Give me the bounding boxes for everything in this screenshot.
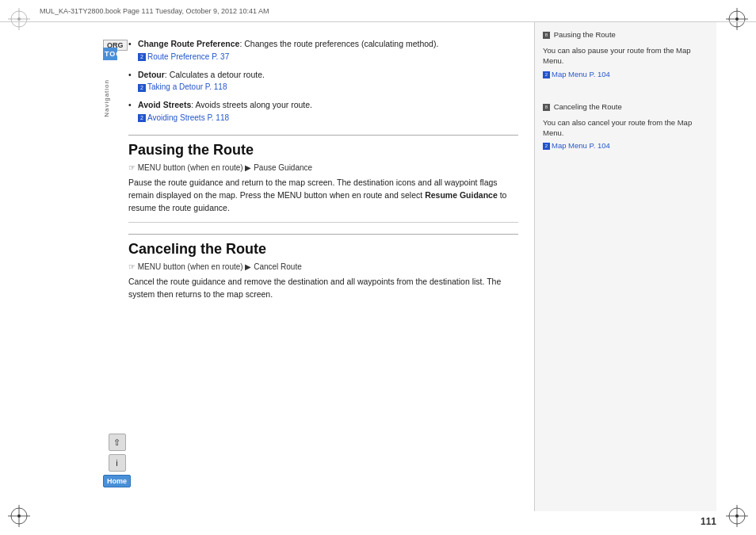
canceling-instruction-text: MENU button (when en route) ▶ Cancel Rou… [138,262,302,271]
info-icon: i [116,458,117,468]
link-route-pref[interactable]: 2Route Preference P. 37 [138,52,518,63]
term-detour: Detour [138,70,165,79]
page-number: 111 [701,516,716,527]
info-icon-btn[interactable]: i [109,454,126,472]
bullet-section: Change Route Preference: Changes the rou… [128,38,518,124]
right-panel: 8 Pausing the Route You can also pause y… [534,22,716,511]
reg-mark-br [724,503,750,529]
link-detour[interactable]: 2Taking a Detour P. 118 [138,82,518,93]
up-icon: ⇧ [113,438,120,448]
pausing-instruction-text: MENU button (when en route) ▶ Pause Guid… [138,163,312,172]
file-info: MUL_KA-31TY2800.book Page 111 Tuesday, O… [40,7,269,15]
main-content: Change Route Preference: Changes the rou… [120,22,526,511]
right-pausing-title: 8 Pausing the Route [543,30,708,41]
right-canceling-icon: 8 [543,104,550,111]
menu-icon-pausing: ☞ [128,163,136,172]
bullet-term-2: Detour: Calculates a detour route. [138,70,265,79]
bullet-desc-2: : Calculates a detour route. [165,70,265,79]
toc-label[interactable]: TOC [103,48,117,60]
bullet-desc-3: : Avoids streets along your route. [191,100,312,109]
pausing-title: Pausing the Route [128,135,518,159]
term-change-route: Change Route Preference [138,39,239,48]
right-pausing-body: You can also pause your route from the M… [543,45,708,67]
pausing-body: Pause the route guidance and return to t… [128,177,518,214]
menu-icon-canceling: ☞ [128,262,136,271]
bullet-avoid-streets: Avoid Streets: Avoids streets along your… [128,99,518,124]
bullet-desc-1: : Changes the route preferences (calcula… [239,39,438,48]
ref-icon-3: 2 [138,114,146,122]
right-canceling-link[interactable]: 2Map Menu P. 104 [543,141,610,150]
home-button[interactable]: Home [103,475,131,487]
bullet-change-route: Change Route Preference: Changes the rou… [128,38,518,63]
right-pausing-section: 8 Pausing the Route You can also pause y… [543,30,708,78]
ref-icon-2: 2 [138,84,146,92]
term-avoid: Avoid Streets [138,100,191,109]
section-divider [128,222,518,223]
bullet-term-1: Change Route Preference: Changes the rou… [138,39,438,48]
bottom-icons: ⇧ i Home [103,434,131,487]
canceling-title: Canceling the Route [128,234,518,258]
pausing-instruction: ☞ MENU button (when en route) ▶ Pause Gu… [128,163,518,172]
top-bar: MUL_KA-31TY2800.book Page 111 Tuesday, O… [0,0,756,22]
canceling-body: Cancel the route guidance and remove the… [128,276,518,301]
link-avoid[interactable]: 2Avoiding Streets P. 118 [138,113,518,124]
bullet-term-3: Avoid Streets: Avoids streets along your… [138,100,312,109]
up-icon-btn[interactable]: ⇧ [109,434,126,451]
right-canceling-title: 8 Canceling the Route [543,102,708,113]
canceling-instruction: ☞ MENU button (when en route) ▶ Cancel R… [128,262,518,271]
svg-point-11 [17,514,21,518]
right-canceling-body: You can also cancel your route from the … [543,117,708,139]
right-canceling-link-icon: 2 [543,143,550,150]
svg-point-15 [735,514,739,518]
bullet-detour: Detour: Calculates a detour route. 2Taki… [128,69,518,94]
right-pausing-icon: 8 [543,32,550,39]
right-pausing-link-icon: 2 [543,71,550,78]
ref-icon-1: 2 [138,53,146,61]
reg-mark-bl [6,503,32,529]
right-pausing-link[interactable]: 2Map Menu P. 104 [543,70,610,78]
right-canceling-section: 8 Canceling the Route You can also cance… [543,102,708,151]
nav-label: Navigation [103,79,117,117]
